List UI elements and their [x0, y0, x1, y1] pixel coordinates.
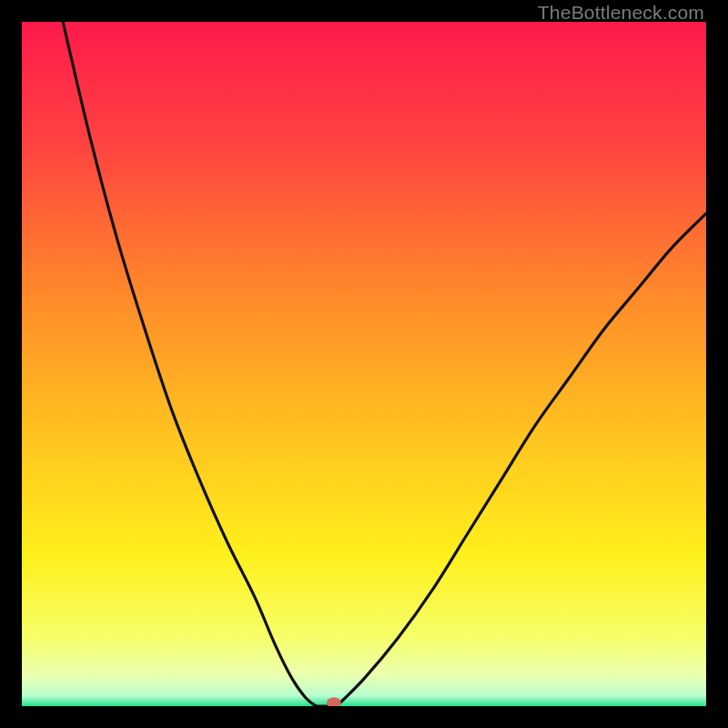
watermark-text: TheBottleneck.com: [538, 2, 704, 24]
bottleneck-chart: [22, 22, 706, 706]
gradient-background: [22, 22, 706, 706]
chart-frame: [22, 22, 706, 706]
